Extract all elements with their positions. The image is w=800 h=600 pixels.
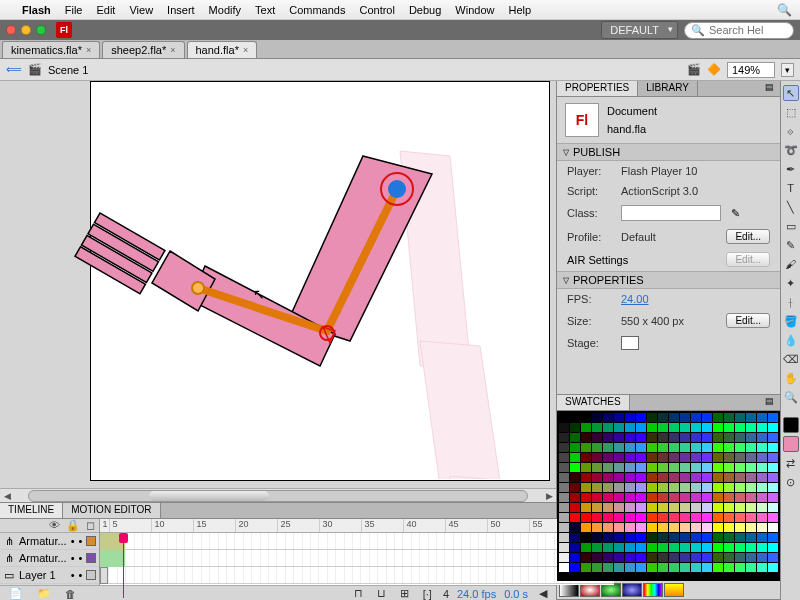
- menu-insert[interactable]: Insert: [167, 4, 195, 16]
- vis-dot-icon[interactable]: •: [71, 569, 75, 581]
- delete-layer-icon[interactable]: 🗑: [62, 587, 79, 601]
- panel-menu-icon[interactable]: ▤: [759, 395, 780, 410]
- size-edit-button[interactable]: Edit...: [726, 313, 770, 328]
- zoom-tool[interactable]: 🔍: [783, 389, 799, 405]
- deco-tool[interactable]: ✦: [783, 275, 799, 291]
- menu-commands[interactable]: Commands: [289, 4, 345, 16]
- menu-file[interactable]: File: [65, 4, 83, 16]
- stage-hscroll[interactable]: ◀ ▶: [0, 488, 556, 502]
- hand-tool[interactable]: ✋: [783, 370, 799, 386]
- scroll-right-icon[interactable]: ▶: [542, 491, 556, 501]
- menu-edit[interactable]: Edit: [96, 4, 115, 16]
- gradient-swatch[interactable]: [601, 583, 621, 597]
- edit-symbol-icon[interactable]: 🔶: [707, 63, 721, 76]
- doc-tab-sheep2[interactable]: sheep2.fla*×: [102, 41, 184, 58]
- swatches-grid[interactable]: [557, 411, 780, 581]
- workspace-dropdown[interactable]: DEFAULT: [601, 21, 678, 39]
- lock-header-icon[interactable]: 🔒: [66, 519, 80, 532]
- layer-color-chip[interactable]: [86, 553, 96, 563]
- gradient-swatch[interactable]: [643, 583, 663, 597]
- layer-color-chip[interactable]: [86, 570, 96, 580]
- swap-colors-icon[interactable]: ⇄: [783, 455, 799, 471]
- tab-library[interactable]: LIBRARY: [638, 81, 698, 96]
- new-folder-icon[interactable]: 📁: [34, 586, 54, 600]
- stage[interactable]: ↖: [0, 81, 556, 488]
- menu-help[interactable]: Help: [508, 4, 531, 16]
- menu-view[interactable]: View: [129, 4, 153, 16]
- pencil-tool[interactable]: ✎: [783, 237, 799, 253]
- frames-grid[interactable]: [100, 533, 614, 584]
- vis-dot-icon[interactable]: •: [71, 535, 75, 547]
- line-tool[interactable]: ╲: [783, 199, 799, 215]
- menu-modify[interactable]: Modify: [209, 4, 241, 16]
- pencil-icon[interactable]: ✎: [731, 207, 740, 220]
- profile-edit-button[interactable]: Edit...: [726, 229, 770, 244]
- menu-window[interactable]: Window: [455, 4, 494, 16]
- gradient-swatch[interactable]: [664, 583, 684, 597]
- stage-color-chip[interactable]: [621, 336, 639, 350]
- text-tool[interactable]: T: [783, 180, 799, 196]
- snap-icon[interactable]: ⊙: [783, 474, 799, 490]
- spotlight-icon[interactable]: 🔍: [777, 3, 792, 17]
- onion-markers-icon[interactable]: [·]: [420, 587, 435, 601]
- menu-debug[interactable]: Debug: [409, 4, 441, 16]
- zoom-input[interactable]: [727, 62, 775, 78]
- tab-motion-editor[interactable]: MOTION EDITOR: [63, 503, 160, 518]
- layer-color-chip[interactable]: [86, 536, 96, 546]
- minimize-window-icon[interactable]: [21, 25, 31, 35]
- onion-outlines-icon[interactable]: ⊔: [374, 586, 389, 600]
- outline-header-icon[interactable]: ◻: [86, 519, 95, 532]
- properties-section[interactable]: ▽PROPERTIES: [557, 271, 780, 289]
- doc-tab-hand[interactable]: hand.fla*×: [187, 41, 258, 58]
- brush-tool[interactable]: 🖌: [783, 256, 799, 272]
- lock-dot-icon[interactable]: •: [79, 552, 83, 564]
- layer-row[interactable]: ⋔ Armatur... ••: [0, 550, 99, 567]
- class-input[interactable]: [621, 205, 721, 221]
- menu-control[interactable]: Control: [359, 4, 394, 16]
- playhead[interactable]: [123, 533, 124, 598]
- publish-section[interactable]: ▽PUBLISH: [557, 143, 780, 161]
- stroke-color-chip[interactable]: [783, 417, 799, 433]
- lock-dot-icon[interactable]: •: [79, 569, 83, 581]
- vis-dot-icon[interactable]: •: [71, 552, 75, 564]
- paint-bucket-tool[interactable]: 🪣: [783, 313, 799, 329]
- zoom-window-icon[interactable]: [36, 25, 46, 35]
- app-menu[interactable]: Flash: [22, 4, 51, 16]
- tab-swatches[interactable]: SWATCHES: [557, 395, 630, 410]
- tab-properties[interactable]: PROPERTIES: [557, 81, 638, 96]
- scroll-track[interactable]: [28, 490, 528, 502]
- gradient-swatch[interactable]: [622, 583, 642, 597]
- lasso-tool[interactable]: ➰: [783, 142, 799, 158]
- visibility-header-icon[interactable]: 👁: [49, 519, 60, 532]
- subselection-tool[interactable]: ⬚: [783, 104, 799, 120]
- fill-color-chip[interactable]: [783, 436, 799, 452]
- gradient-swatch[interactable]: [559, 583, 579, 597]
- fps-value[interactable]: 24.00: [621, 293, 649, 305]
- layer-name[interactable]: Armatur...: [19, 552, 67, 564]
- close-window-icon[interactable]: [6, 25, 16, 35]
- help-search-input[interactable]: [709, 24, 789, 36]
- close-icon[interactable]: ×: [243, 45, 248, 55]
- eyedropper-tool[interactable]: 💧: [783, 332, 799, 348]
- timeline-ruler[interactable]: 151015202530354045505560: [100, 519, 614, 533]
- close-icon[interactable]: ×: [86, 45, 91, 55]
- edit-multiple-icon[interactable]: ⊞: [397, 586, 412, 600]
- edit-scene-icon[interactable]: 🎬: [687, 63, 701, 76]
- eraser-tool[interactable]: ⌫: [783, 351, 799, 367]
- rectangle-tool[interactable]: ▭: [783, 218, 799, 234]
- help-search[interactable]: 🔍: [684, 22, 794, 39]
- new-layer-icon[interactable]: 📄: [6, 586, 26, 600]
- scroll-left-icon[interactable]: ◀: [0, 491, 14, 501]
- lock-dot-icon[interactable]: •: [79, 535, 83, 547]
- scene-label[interactable]: Scene 1: [48, 64, 88, 76]
- pen-tool[interactable]: ✒: [783, 161, 799, 177]
- layer-name[interactable]: Layer 1: [19, 569, 67, 581]
- tab-timeline[interactable]: TIMELINE: [0, 503, 63, 518]
- bone-tool[interactable]: ⟊: [783, 294, 799, 310]
- scroll-thumb[interactable]: [149, 491, 269, 501]
- scroll-left-icon[interactable]: ◀: [536, 586, 550, 600]
- layer-name[interactable]: Armatur...: [19, 535, 67, 547]
- back-arrow-icon[interactable]: ⟸: [6, 63, 22, 76]
- layer-row[interactable]: ⋔ Armatur... ••: [0, 533, 99, 550]
- free-transform-tool[interactable]: ⟐: [783, 123, 799, 139]
